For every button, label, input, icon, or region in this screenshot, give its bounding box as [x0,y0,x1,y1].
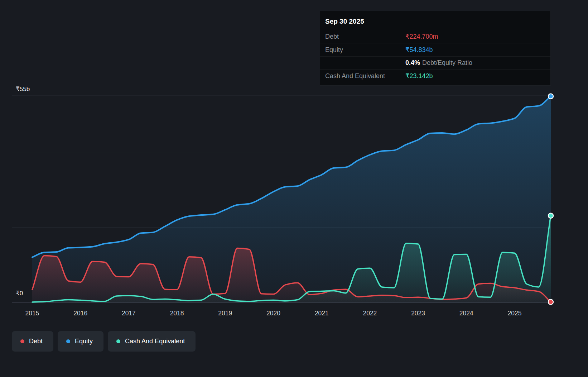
svg-text:2022: 2022 [363,310,377,317]
chart-legend: Debt Equity Cash And Equivalent [12,331,196,352]
tooltip-debt-value: ₹224.700m [405,33,545,40]
svg-text:2023: 2023 [411,310,425,317]
svg-text:2019: 2019 [218,310,232,317]
y-axis-label-zero: ₹0 [16,290,23,297]
chart-panel: 2015201620172018201920202021202220232024… [0,0,588,377]
legend-debt-label: Debt [29,338,43,345]
cash-legend-dot-icon [116,339,120,343]
tooltip-row-debt: Debt ₹224.700m [320,30,550,43]
ratio-caption: Debt/Equity Ratio [422,59,472,66]
svg-text:2024: 2024 [459,310,473,317]
tooltip-debt-label: Debt [325,33,405,40]
tooltip-row-equity: Equity ₹54.834b [320,43,550,56]
legend-equity-label: Equity [75,338,93,345]
debt-legend-dot-icon [20,339,24,343]
y-axis-label-max: ₹55b [16,85,30,93]
svg-text:2016: 2016 [73,310,87,317]
legend-item-debt[interactable]: Debt [12,331,53,352]
svg-text:2021: 2021 [315,310,329,317]
ratio-percent: 0.4% [405,59,420,66]
equity-legend-dot-icon [66,339,70,343]
legend-item-equity[interactable]: Equity [58,331,103,352]
svg-text:2025: 2025 [508,310,522,317]
svg-text:2018: 2018 [170,310,184,317]
tooltip-date: Sep 30 2025 [320,15,550,30]
tooltip-equity-value: ₹54.834b [405,46,545,54]
tooltip-cash-label: Cash And Equivalent [325,72,405,80]
svg-text:2015: 2015 [25,310,39,317]
legend-cash-label: Cash And Equivalent [125,338,185,345]
tooltip-equity-label: Equity [325,46,405,54]
tooltip-ratio-value: 0.4%Debt/Equity Ratio [405,59,545,67]
svg-text:2017: 2017 [122,310,136,317]
tooltip-cash-value: ₹23.142b [405,72,545,80]
chart-tooltip: Sep 30 2025 Debt ₹224.700m Equity ₹54.83… [320,11,551,86]
legend-item-cash[interactable]: Cash And Equivalent [108,331,196,352]
svg-text:2020: 2020 [266,310,280,317]
tooltip-row-cash: Cash And Equivalent ₹23.142b [320,69,550,82]
tooltip-row-ratio: 0.4%Debt/Equity Ratio [320,56,550,69]
